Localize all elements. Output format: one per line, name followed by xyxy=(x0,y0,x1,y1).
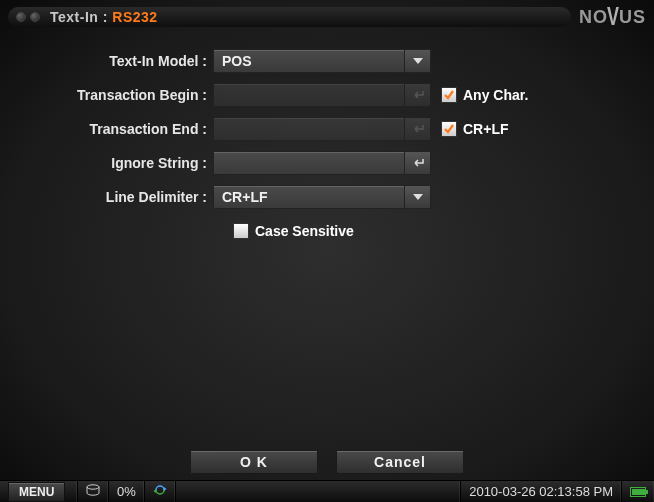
transaction-begin-input xyxy=(213,83,431,107)
disk-icon xyxy=(86,484,100,499)
disk-usage: 0% xyxy=(117,484,136,499)
status-bar: MENU 0% 2010-03-26 02:13:58 PM xyxy=(0,480,654,502)
checkbox-box xyxy=(441,87,457,103)
battery-icon xyxy=(630,487,646,497)
svg-marker-0 xyxy=(413,58,423,64)
label-transaction-end: Transaction End : xyxy=(18,121,213,137)
refresh-icon xyxy=(153,483,167,500)
label-transaction-begin: Transaction Begin : xyxy=(18,87,213,103)
any-char-checkbox[interactable]: Any Char. xyxy=(441,87,528,103)
select-value: POS xyxy=(214,53,404,69)
menu-button[interactable]: MENU xyxy=(8,482,65,502)
select-value: CR+LF xyxy=(214,189,404,205)
svg-marker-1 xyxy=(413,194,423,200)
enter-icon xyxy=(404,118,430,140)
checkbox-box xyxy=(441,121,457,137)
window-dot xyxy=(16,12,26,22)
dropdown-arrow-icon[interactable] xyxy=(404,50,430,72)
text-in-model-select[interactable]: POS xyxy=(213,49,431,73)
ignore-string-input[interactable] xyxy=(213,151,431,175)
checkbox-box xyxy=(233,223,249,239)
titlebar: Text-In : RS232 NOVUS xyxy=(8,6,646,28)
label-ignore-string: Ignore String : xyxy=(18,155,213,171)
status-spacer xyxy=(176,481,461,502)
enter-icon[interactable] xyxy=(404,152,430,174)
checkbox-label: Any Char. xyxy=(463,87,528,103)
checkbox-label: Case Sensitive xyxy=(255,223,354,239)
svg-point-2 xyxy=(87,485,99,489)
window-dot xyxy=(30,12,40,22)
status-datetime: 2010-03-26 02:13:58 PM xyxy=(469,484,613,499)
transaction-end-input xyxy=(213,117,431,141)
dialog-buttons: O K Cancel xyxy=(0,450,654,474)
line-delimiter-select[interactable]: CR+LF xyxy=(213,185,431,209)
cancel-button[interactable]: Cancel xyxy=(336,450,464,474)
label-line-delimiter: Line Delimiter : xyxy=(18,189,213,205)
settings-form: Text-In Model : POS Transaction Begin : xyxy=(0,48,654,252)
crlf-checkbox[interactable]: CR+LF xyxy=(441,121,509,137)
enter-icon xyxy=(404,84,430,106)
label-text-in-model: Text-In Model : xyxy=(18,53,213,69)
window-title: Text-In : RS232 xyxy=(50,9,158,25)
title-pill: Text-In : RS232 xyxy=(8,7,571,27)
checkbox-label: CR+LF xyxy=(463,121,509,137)
ok-button[interactable]: O K xyxy=(190,450,318,474)
dropdown-arrow-icon[interactable] xyxy=(404,186,430,208)
brand-logo: NOVUS xyxy=(579,7,646,28)
svg-marker-4 xyxy=(153,489,156,493)
case-sensitive-checkbox[interactable]: Case Sensitive xyxy=(233,223,354,239)
